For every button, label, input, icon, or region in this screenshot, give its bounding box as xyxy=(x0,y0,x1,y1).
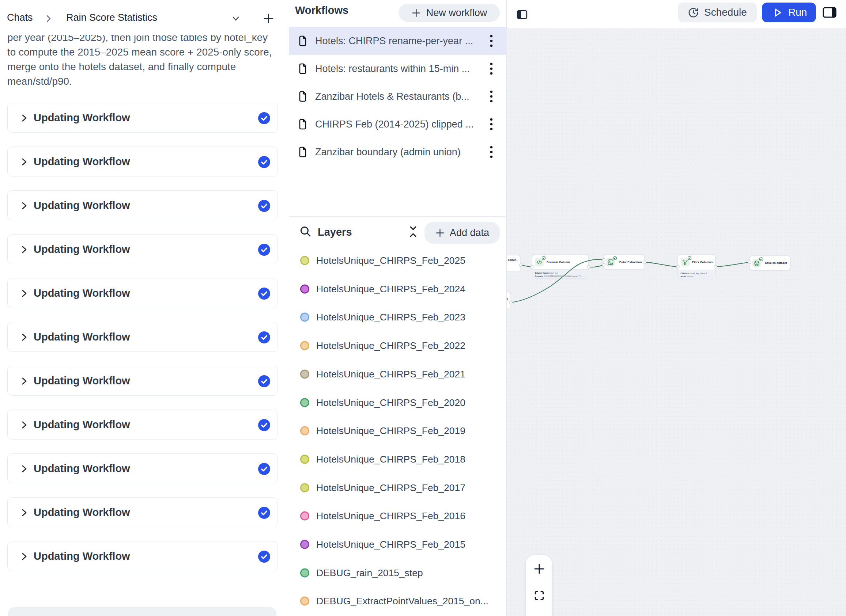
svg-text:Formula Column: Formula Column xyxy=(546,261,570,264)
svg-text:Mode: include: Mode: include xyxy=(681,276,693,278)
svg-text:Columns: hotel_key, value_1: Columns: hotel_key, value_1 xyxy=(681,272,707,274)
svg-text:): ) xyxy=(507,297,508,300)
svg-text:admin: admin xyxy=(508,258,517,262)
svg-text:Point Extraction: Point Extraction xyxy=(619,261,642,264)
svg-text:Filter Columns: Filter Columns xyxy=(692,261,713,264)
svg-text:Save as dataset: Save as dataset xyxy=(765,261,787,264)
svg-text:Formula: CONCATENATE(FILL_BLAN: Formula: CONCATENATE(FILL_BLANK((name),"… xyxy=(535,275,583,277)
svg-text:Column Name: hotel_key: Column Name: hotel_key xyxy=(535,272,558,274)
